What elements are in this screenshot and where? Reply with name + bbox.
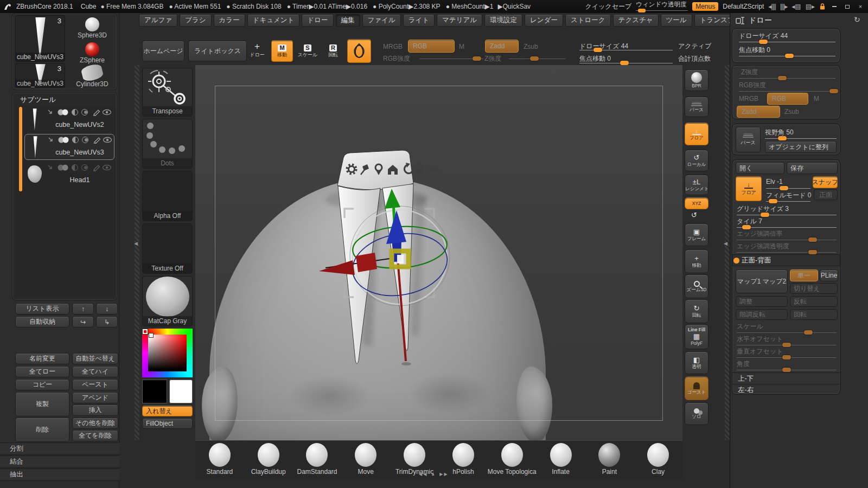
sculpt-canvas[interactable] [195,65,682,440]
redo-arrow-button[interactable]: ↪ [72,316,94,328]
quicksave-jp-button[interactable]: クイックセーブ [585,2,632,11]
menu-編集[interactable]: 編集 [336,14,360,27]
v-offset-slider[interactable] [737,354,837,361]
menu-ファイル[interactable]: ファイル [362,14,401,27]
stroke-picker[interactable]: Dots [142,119,193,169]
delete-all-button[interactable]: 全てを削除 [72,430,118,441]
lock-icon[interactable] [819,3,826,10]
perspective-button[interactable]: パース [736,127,761,152]
brush-trimdynamic[interactable]: TrimDynamic [390,443,439,476]
mrgb-toggle[interactable]: MRGB [383,43,403,50]
open-button[interactable]: 開く [736,162,784,174]
prev-ui-icon[interactable]: ◂▤ [792,3,801,10]
brush-standard[interactable]: Standard [195,443,244,476]
default-zscript-button[interactable]: DefaultZScript [723,3,764,10]
menu-ドキュメント[interactable]: ドキュメント [247,14,300,27]
brush-stroke-button[interactable] [347,39,371,63]
snap-button[interactable]: スナップ [813,176,838,188]
brush-paint[interactable]: Paint [585,443,634,476]
scale-mode-button[interactable]: S スケール [297,40,318,62]
window-opacity-slider[interactable] [636,9,688,12]
save-button[interactable]: 保存 [787,162,838,174]
rp-zsub-toggle[interactable]: Zsub [784,108,799,115]
menu-レンダー[interactable]: レンダー [525,14,563,27]
switch-color-button[interactable]: 入れ替え [142,406,193,416]
delete-other-button[interactable]: その他を削除 [72,418,118,429]
subtool-row-cube_NewUVs2[interactable]: cube_NewUVs2 [24,107,114,133]
all-low-button[interactable]: 全てロー [15,366,69,377]
zadd-toggle[interactable]: Zadd [485,40,519,53]
merge-section[interactable]: 結合 [0,455,119,468]
close-button[interactable]: × [856,3,865,10]
delete-button[interactable]: 削除 [15,418,69,442]
m-toggle[interactable]: M [459,43,464,50]
menu-マテリアル[interactable]: マテリアル [437,14,482,27]
rename-button[interactable]: 名前変更 [15,353,69,364]
dock-right-icon[interactable]: ||||▸ [780,3,788,10]
switch-button[interactable]: 切り替え [790,283,838,294]
tool-item-ZSphere[interactable]: ZSphere [69,40,115,64]
shelf-scroll-controls[interactable]: ◀◀ ▲ ▶▶ [419,472,449,477]
lock-icon[interactable] [416,164,423,174]
up-down-button[interactable]: 上-下 [732,373,840,384]
brush-clay[interactable]: Clay [634,443,682,476]
all-high-button[interactable]: 全てハイ [72,366,118,377]
left-splitter-chevron-icon[interactable]: ◀ [134,241,138,246]
tool-item-Cylinder3D[interactable]: Cylinder3D [69,63,115,88]
left-splitter[interactable] [135,65,139,440]
shelf-move-button[interactable]: +移動 [685,249,709,273]
brush-hpolish[interactable]: hPolish [439,443,488,476]
menu-ストローク[interactable]: ストローク [565,14,611,27]
shelf-persp-button[interactable]: パース [685,97,709,117]
menu-テクスチャ[interactable]: テクスチャ [613,14,659,27]
shelf-polyf-button[interactable]: Line Fill▦PolyF [685,324,709,349]
menu-ライト[interactable]: ライト [403,14,435,27]
menu-ツール[interactable]: ツール [661,14,692,27]
rgb-intensity-slider[interactable] [419,55,483,62]
fill-mode-slider[interactable] [766,198,810,204]
current-tool-thumb[interactable]: 3 cube_NewUVs3 [15,15,65,62]
brush-claybuildup[interactable]: ClayBuildup [244,443,293,476]
texture-picker[interactable]: Texture Off [142,223,193,274]
menu-環境設定[interactable]: 環境設定 [484,14,522,27]
front-back-toggle[interactable]: 正面-背面 [732,254,840,266]
menu-カラー[interactable]: カラー [214,14,245,27]
subtool-row-Head1[interactable]: Head1 [24,162,114,188]
auto-reorder-button[interactable]: 自動並べ替え [72,353,118,364]
menu-ブラシ[interactable]: ブラシ [180,14,211,27]
brush-inflate[interactable]: Inflate [537,443,585,476]
shelf-rotate-button[interactable]: ↻回転 [685,299,709,323]
pline-button[interactable]: PLine [820,269,838,281]
shelf-frame-button[interactable]: ▣フレーム [685,223,709,246]
dock-left-icon[interactable]: ◂|||| [768,3,776,10]
color-picker[interactable] [142,329,193,377]
draw-pointer-button[interactable]: + ドロー [247,41,267,63]
right-splitter[interactable] [725,65,730,440]
draw-size-slider[interactable] [579,47,673,53]
scroll-up-icon[interactable]: ▲ [431,472,436,477]
shelf-solo-button[interactable]: ソロ [685,402,709,425]
list-view-button[interactable]: リスト表示 [15,303,69,314]
gizmo-red-arrow[interactable] [319,260,355,275]
menu-アルファ[interactable]: アルファ [139,14,177,27]
front-button[interactable]: 正面 [814,189,838,200]
material-picker[interactable]: MatCap Gray [142,276,193,326]
menu-ドロー[interactable]: ドロー [302,14,333,27]
gizmo-red-handle[interactable] [356,253,377,272]
menus-button[interactable]: Menus [692,2,718,11]
shelf-zoom3d-button[interactable]: ズーム3D [685,274,709,298]
transpose-picker[interactable]: Transpose [142,68,193,117]
rp-zadd-toggle[interactable]: Zadd [737,106,780,118]
subtool-row-icons[interactable] [47,136,113,146]
tool-item-Sphere3D[interactable]: Sphere3D [69,15,115,39]
align-to-object-button[interactable]: オブジェクトに整列 [765,141,837,153]
brush-move-topologica[interactable]: Move Topologica [488,443,537,476]
shelf-transp-button[interactable]: ◧透明 [685,351,709,374]
extract-section[interactable]: 抽出 [0,468,119,481]
shelf-spin-button[interactable]: ↺ [691,211,697,221]
paste-button[interactable]: ペースト [72,379,118,390]
quicksave-label[interactable]: ▶QuickSav [497,3,531,10]
shelf-local-button[interactable]: ↺ローカル [685,150,709,171]
adjust-button[interactable]: 調整 [736,296,788,307]
color-sv-square[interactable] [148,335,187,371]
